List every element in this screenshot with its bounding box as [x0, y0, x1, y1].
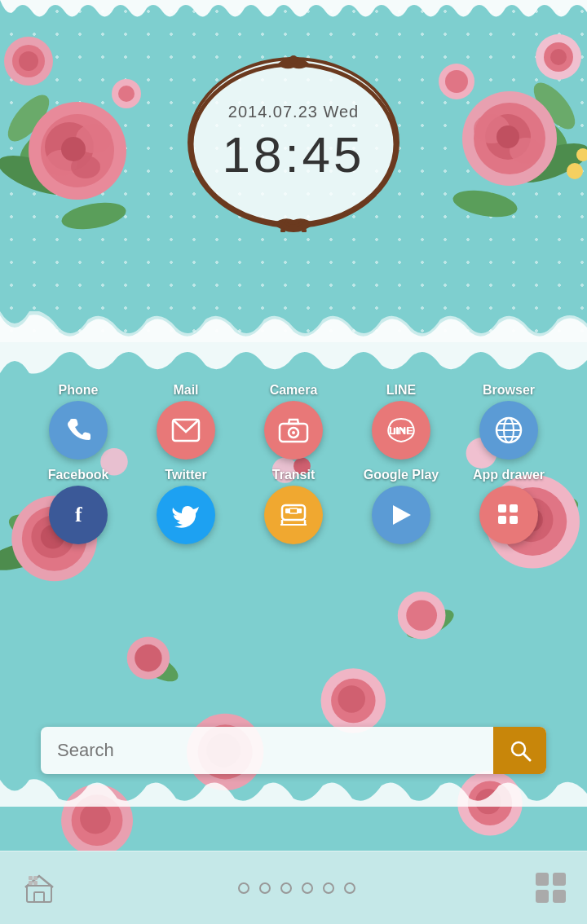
- transit-icon[interactable]: [264, 486, 323, 544]
- svg-point-25: [497, 125, 519, 148]
- svg-point-31: [567, 163, 583, 179]
- apps-grid: Phone Mail Camera LINE LINE: [0, 383, 587, 552]
- app-label-line: LINE: [386, 383, 416, 398]
- googleplay-icon[interactable]: [372, 486, 430, 544]
- svg-rect-100: [33, 881, 38, 885]
- top-section: 2014.07.23 Wed 18:45: [0, 0, 587, 342]
- app-label-phone: Phone: [59, 383, 99, 398]
- twitter-icon[interactable]: [157, 486, 215, 544]
- app-label-googleplay: Google Play: [364, 468, 439, 482]
- svg-point-18: [451, 186, 519, 221]
- right-flower-decoration: [412, 8, 587, 261]
- phone-icon[interactable]: [49, 401, 108, 460]
- app-item-phone[interactable]: Phone: [33, 383, 123, 460]
- home-nav-icon[interactable]: [20, 869, 57, 906]
- search-input[interactable]: [41, 727, 493, 774]
- svg-rect-90: [510, 504, 518, 513]
- appdrawer-icon[interactable]: [479, 486, 538, 544]
- top-lace-bottom-section: [0, 342, 587, 376]
- svg-rect-89: [498, 504, 506, 513]
- svg-line-94: [523, 754, 530, 760]
- svg-point-57: [135, 645, 162, 672]
- mail-icon[interactable]: [157, 401, 215, 460]
- nav-dot-6[interactable]: [344, 882, 355, 894]
- app-item-line[interactable]: LINE LINE: [356, 383, 446, 460]
- facebook-icon[interactable]: f: [49, 486, 108, 544]
- clock-time: 18:45: [222, 125, 364, 183]
- app-item-browser[interactable]: Browser: [464, 383, 554, 460]
- bottom-lace-top-section: [0, 311, 587, 342]
- app-drawer-nav-icon[interactable]: [536, 873, 567, 904]
- page-indicator-dots: [238, 882, 355, 894]
- svg-rect-85: [289, 508, 298, 513]
- grid-dot-1: [536, 873, 549, 886]
- camera-icon[interactable]: [264, 401, 323, 460]
- search-bar: [41, 727, 546, 774]
- app-label-facebook: Facebook: [48, 468, 109, 482]
- app-item-transit[interactable]: Transit: [249, 468, 338, 544]
- app-item-facebook[interactable]: Facebook f: [33, 468, 123, 544]
- bottom-lace-bottom-section: [0, 776, 587, 807]
- app-item-appdrawer[interactable]: App drawer: [464, 468, 554, 544]
- grid-dot-4: [553, 890, 566, 903]
- browser-icon[interactable]: [479, 401, 538, 460]
- clock-date: 2014.07.23 Wed: [228, 103, 359, 121]
- grid-dot-2: [553, 873, 566, 886]
- svg-point-60: [406, 600, 437, 631]
- app-label-appdrawer: App drawer: [473, 468, 545, 482]
- svg-point-74: [292, 431, 295, 434]
- left-flower-decoration: [0, 12, 175, 281]
- clock-widget: 2014.07.23 Wed 18:45: [179, 49, 408, 236]
- app-label-mail: Mail: [173, 383, 198, 398]
- svg-rect-91: [498, 516, 506, 524]
- svg-text:f: f: [75, 503, 82, 526]
- svg-point-2: [60, 198, 128, 233]
- app-label-twitter: Twitter: [165, 468, 206, 482]
- bottom-section: Phone Mail Camera LINE LINE: [0, 342, 587, 880]
- app-label-camera: Camera: [270, 383, 318, 398]
- svg-text:LINE: LINE: [389, 425, 413, 437]
- line-icon[interactable]: LINE: [372, 401, 430, 460]
- app-item-googleplay[interactable]: Google Play: [356, 468, 446, 544]
- svg-point-54: [338, 685, 365, 713]
- svg-rect-96: [34, 892, 44, 902]
- app-item-twitter[interactable]: Twitter: [141, 468, 231, 544]
- svg-rect-99: [29, 881, 33, 885]
- nav-dot-4[interactable]: [302, 882, 313, 894]
- home-icon-svg: [24, 873, 55, 904]
- svg-rect-95: [27, 886, 51, 902]
- svg-point-10: [61, 137, 86, 161]
- app-item-mail[interactable]: Mail: [141, 383, 231, 460]
- app-item-camera[interactable]: Camera: [249, 383, 338, 460]
- search-button[interactable]: [493, 727, 546, 774]
- app-label-transit: Transit: [272, 468, 315, 482]
- app-row-1: Phone Mail Camera LINE LINE: [0, 383, 587, 460]
- svg-point-13: [19, 51, 38, 71]
- svg-point-15: [118, 86, 135, 102]
- app-label-browser: Browser: [483, 383, 535, 398]
- svg-point-34: [289, 55, 298, 64]
- grid-dot-3: [536, 890, 549, 903]
- clock-frame: 2014.07.23 Wed 18:45: [188, 57, 399, 228]
- svg-point-30: [445, 70, 468, 93]
- svg-rect-98: [33, 876, 38, 880]
- svg-point-28: [550, 49, 567, 65]
- nav-dot-3[interactable]: [280, 882, 292, 894]
- svg-rect-92: [510, 516, 518, 524]
- nav-dot-5[interactable]: [323, 882, 334, 894]
- nav-dot-2[interactable]: [259, 882, 271, 894]
- top-lace: [0, 0, 587, 24]
- navigation-bar: [0, 851, 587, 924]
- svg-rect-97: [29, 876, 33, 880]
- search-icon: [509, 739, 532, 762]
- svg-point-63: [80, 803, 111, 834]
- nav-dot-1[interactable]: [238, 882, 249, 894]
- app-row-2: Facebook f Twitter Transit Google Play: [0, 468, 587, 544]
- search-section: [41, 727, 546, 774]
